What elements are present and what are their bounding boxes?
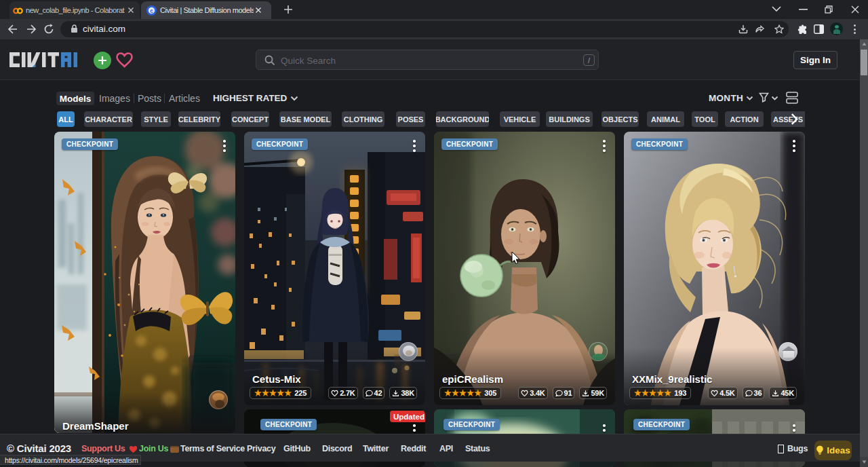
svg-text:c: c: [150, 7, 153, 14]
